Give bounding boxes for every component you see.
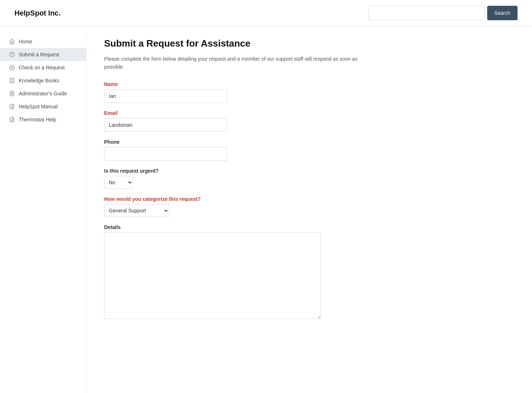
details-textarea[interactable]: [104, 232, 321, 319]
sidebar-item-home[interactable]: Home: [0, 35, 86, 48]
request-form: Name Email Phone Is this request urgent?…: [104, 81, 395, 320]
sidebar-item-knowledge-books[interactable]: Knowledge Books: [0, 74, 86, 87]
sidebar-item-submit-request-label: Submit a Request: [19, 52, 59, 57]
home-icon: [9, 38, 15, 45]
sidebar-item-check-on-request[interactable]: Check on a Request: [0, 61, 86, 74]
phone-field-group: Phone: [104, 139, 395, 161]
document-icon-3: [9, 116, 15, 123]
details-label: Details: [104, 224, 395, 230]
layout: Home Submit a Request Check on a Req: [0, 26, 532, 393]
phone-input[interactable]: [104, 147, 227, 161]
email-field-group: Email: [104, 110, 395, 132]
category-select[interactable]: General Support Technical Issue Billing …: [104, 204, 169, 217]
email-input[interactable]: [104, 118, 227, 132]
sidebar-item-helpspot-manual-label: HelpSpot Manual: [19, 104, 57, 109]
name-field-group: Name: [104, 81, 395, 103]
question-circle-icon: [9, 51, 15, 58]
sidebar-item-helpspot-manual[interactable]: HelpSpot Manual: [0, 100, 86, 113]
sidebar-item-knowledge-books-label: Knowledge Books: [19, 78, 59, 83]
urgent-field-group: Is this request urgent? No Yes: [104, 168, 395, 189]
search-area: Search: [369, 6, 518, 20]
category-field-group: How would you categorize this request? G…: [104, 196, 395, 217]
sidebar-item-administrators-guide-label: Administrator's Guide: [19, 91, 67, 96]
document-icon-2: [9, 103, 15, 110]
name-label: Name: [104, 81, 395, 87]
phone-label: Phone: [104, 139, 395, 145]
urgent-label: Is this request urgent?: [104, 168, 395, 174]
header: HelpSpot Inc. Search: [0, 0, 532, 26]
email-label: Email: [104, 110, 395, 116]
sidebar-item-home-label: Home: [19, 39, 32, 44]
sidebar-item-check-on-request-label: Check on a Request: [19, 65, 65, 70]
sidebar-item-thermostat-help-label: Thermostat Help: [19, 117, 56, 122]
sidebar-item-submit-request[interactable]: Submit a Request: [0, 48, 86, 61]
page-description: Please complete the form below detailing…: [104, 55, 364, 71]
name-input[interactable]: [104, 89, 227, 103]
books-icon: [9, 77, 15, 84]
logo: HelpSpot Inc.: [14, 9, 61, 17]
details-field-group: Details: [104, 224, 395, 320]
sidebar-item-thermostat-help[interactable]: Thermostat Help: [0, 113, 86, 126]
document-icon-1: [9, 90, 15, 97]
search-button[interactable]: Search: [487, 6, 518, 20]
arrow-circle-icon: [9, 64, 15, 71]
sidebar-item-administrators-guide[interactable]: Administrator's Guide: [0, 87, 86, 100]
search-input[interactable]: [369, 6, 484, 20]
sidebar: Home Submit a Request Check on a Req: [0, 26, 87, 393]
urgent-select[interactable]: No Yes: [104, 176, 133, 189]
category-label: How would you categorize this request?: [104, 196, 395, 202]
main-content: Submit a Request for Assistance Please c…: [87, 26, 412, 393]
page-title: Submit a Request for Assistance: [104, 38, 395, 49]
